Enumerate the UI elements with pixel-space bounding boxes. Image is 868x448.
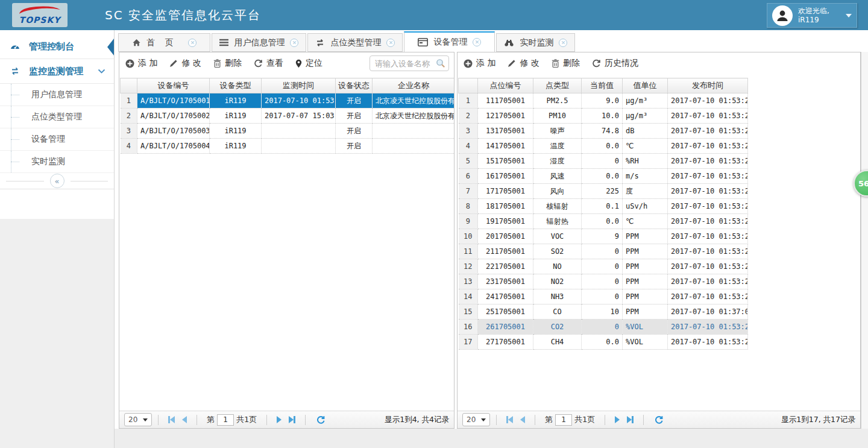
- last-page-button[interactable]: [627, 416, 634, 423]
- reload-icon[interactable]: [655, 415, 664, 424]
- prev-page-button[interactable]: [182, 416, 187, 423]
- column-header[interactable]: 发布时间: [668, 78, 748, 93]
- close-icon[interactable]: ✕: [473, 38, 481, 46]
- cell: 121705001: [478, 109, 533, 124]
- table-row[interactable]: 16261705001CO20%VOL2017-07-10 01:53:22: [459, 320, 748, 335]
- page-input[interactable]: [555, 414, 572, 426]
- close-icon[interactable]: ✕: [188, 39, 197, 47]
- tab-home[interactable]: 首 页 ✕: [118, 33, 210, 52]
- tab-user-info[interactable]: 用户信息管理 ✕: [212, 33, 306, 52]
- tab-point-type[interactable]: 点位类型管理 ✕: [307, 33, 403, 52]
- table-row[interactable]: 5151705001湿度0%RH2017-07-10 01:53:22: [459, 154, 748, 169]
- page-prefix: 第: [207, 414, 215, 425]
- divider: [643, 415, 644, 425]
- add-button[interactable]: 添 加: [125, 58, 157, 69]
- table-row[interactable]: 7171705001风向225度2017-07-10 01:53:21: [459, 184, 748, 199]
- table-row[interactable]: 1A/BJLT/O/1705001iR1192017-07-10 01:53:2…: [121, 93, 454, 109]
- cell: ℃: [623, 139, 668, 154]
- table-row[interactable]: 4A/BJLT/O/1705004iR119开启: [121, 139, 454, 154]
- column-header[interactable]: 监测时间: [262, 78, 336, 93]
- row-number: 2: [121, 109, 137, 124]
- column-header[interactable]: 当前值: [582, 78, 623, 93]
- row-number: 6: [459, 169, 478, 184]
- table-row[interactable]: 13231705001NO20PPM2017-07-10 01:53:22: [459, 274, 748, 289]
- close-icon[interactable]: ✕: [559, 39, 567, 47]
- edit-button[interactable]: 修 改: [508, 58, 539, 69]
- table-row[interactable]: 10201705001VOC9PPM2017-07-10 01:53:22: [459, 229, 748, 244]
- first-page-button[interactable]: [506, 416, 513, 423]
- table-row[interactable]: 12221705001NO0PPM2017-07-10 01:53:21: [459, 259, 748, 274]
- close-icon[interactable]: ✕: [290, 39, 298, 47]
- cell: 191705001: [478, 214, 533, 229]
- next-page-button[interactable]: [277, 416, 281, 423]
- table-row[interactable]: 9191705001辐射热0.0℃2017-07-10 01:53:21: [459, 214, 748, 229]
- delete-button[interactable]: 删除: [213, 58, 242, 69]
- row-number: 9: [459, 214, 478, 229]
- row-number: 12: [459, 259, 478, 274]
- column-header[interactable]: 点位编号: [478, 78, 533, 93]
- cell: 北京凌天世纪控股股份有限: [373, 93, 454, 109]
- page-size-select[interactable]: 20: [462, 413, 490, 426]
- collapsed-east-panel[interactable]: [861, 52, 868, 429]
- reload-icon[interactable]: [316, 415, 326, 424]
- table-row[interactable]: 2A/BJLT/O/1705002iR1192017-07-07 15:03:0…: [121, 109, 454, 124]
- delete-button[interactable]: 删除: [552, 58, 580, 69]
- search-icon[interactable]: [436, 58, 445, 71]
- table-row[interactable]: 8181705001核辐射0.1uSv/h2017-07-10 01:53:21: [459, 199, 748, 214]
- sidebar-item-point-type[interactable]: 点位类型管理: [0, 106, 114, 128]
- close-icon[interactable]: ✕: [386, 39, 395, 47]
- logo-text: TOPSKY: [19, 16, 61, 24]
- cell: CO2: [533, 320, 582, 335]
- table-row[interactable]: 11211705001SO20PPM2017-07-10 01:53:22: [459, 244, 748, 259]
- edit-button[interactable]: 修 改: [169, 58, 201, 69]
- table-row[interactable]: 15251705001CO10PPM2017-07-10 01:37:01: [459, 304, 748, 320]
- table-row[interactable]: 2121705001PM1010.0μg/m³2017-07-10 01:53:…: [459, 109, 748, 124]
- column-header[interactable]: 设备编号: [137, 78, 210, 93]
- last-page-button[interactable]: [289, 416, 295, 423]
- column-header[interactable]: 值单位: [623, 78, 668, 93]
- cell: iR119: [210, 93, 262, 109]
- trash-icon: [552, 59, 559, 68]
- table-row[interactable]: 1111705001PM2.59.0μg/m³2017-07-10 01:53:…: [459, 93, 748, 109]
- next-page-button[interactable]: [615, 416, 620, 423]
- history-button[interactable]: 历史情况: [592, 58, 638, 69]
- column-header[interactable]: 企业名称: [373, 78, 454, 93]
- table-row[interactable]: 3131705001噪声74.8dB2017-07-10 01:53:22: [459, 124, 748, 139]
- table-row[interactable]: 3A/BJLT/O/1705003iR119开启: [121, 124, 454, 139]
- tab-realtime[interactable]: 实时监测 ✕: [496, 33, 575, 52]
- column-header[interactable]: 点类型: [533, 78, 582, 93]
- collapse-left-icon[interactable]: «: [50, 174, 64, 188]
- sidebar-collapse-button[interactable]: «: [0, 173, 114, 189]
- column-header[interactable]: 设备状态: [336, 78, 373, 93]
- page-input[interactable]: [217, 414, 234, 426]
- add-button[interactable]: 添 加: [464, 58, 495, 69]
- view-button[interactable]: 查看: [254, 58, 283, 69]
- sidebar-item-monitor-mgmt[interactable]: 监控监测管理: [0, 59, 114, 84]
- locate-button[interactable]: 定位: [295, 58, 322, 69]
- first-page-button[interactable]: [168, 416, 175, 423]
- page-size-select[interactable]: 20: [124, 413, 152, 426]
- cell: 2017-07-10 01:53:22: [668, 274, 748, 289]
- table-row[interactable]: 17271705001CH40.0%VOL2017-07-10 01:53:21: [459, 335, 748, 350]
- column-header[interactable]: 设备类型: [210, 78, 262, 93]
- sidebar-item-realtime[interactable]: 实时监测: [0, 151, 114, 173]
- user-menu[interactable]: 欢迎光临, iR119: [767, 3, 857, 28]
- tab-label: 实时监测: [520, 37, 553, 48]
- chevron-down-icon[interactable]: [98, 69, 105, 74]
- table-row[interactable]: 4141705001温度0.0℃2017-07-10 01:53:22: [459, 139, 748, 154]
- table-row[interactable]: 6161705001风速0.0m/s2017-07-10 01:53:21: [459, 169, 748, 184]
- caret-down-icon[interactable]: [846, 14, 852, 17]
- cell: 241705001: [478, 289, 533, 304]
- sidebar-item-device-mgmt[interactable]: 设备管理: [0, 128, 114, 151]
- cell: 开启: [336, 124, 373, 139]
- sidebar-item-dashboard[interactable]: 管理控制台: [0, 34, 114, 59]
- cell: 9.0: [582, 93, 623, 109]
- page-total: 共1页: [574, 414, 595, 425]
- cell: PPM: [623, 229, 668, 244]
- prev-page-button[interactable]: [520, 416, 525, 423]
- table-row[interactable]: 14241705001NH30PPM2017-07-10 01:53:21: [459, 289, 748, 304]
- cell: 开启: [336, 93, 373, 109]
- sidebar-item-user-info[interactable]: 用户信息管理: [0, 84, 114, 106]
- tab-device-mgmt[interactable]: 设备管理 ✕: [404, 31, 495, 52]
- plus-circle-icon: [125, 59, 134, 68]
